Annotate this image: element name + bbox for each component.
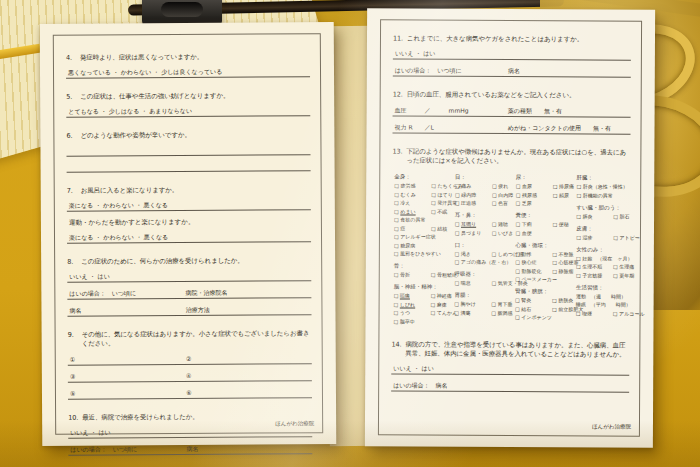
form-item: 12.日頃の血圧、服用されているお薬などをご記入ください。血圧 ／ mmHg薬の… bbox=[392, 90, 630, 134]
symptom-label: 妊娠 （現在 ヶ月） bbox=[582, 255, 632, 262]
checklist-item: 睡眠 （平均 時間） bbox=[576, 301, 631, 308]
checklist-item: □潰瘍 bbox=[454, 309, 488, 316]
checkbox-icon: □ bbox=[431, 200, 436, 207]
checklist-row: □狭心症□心筋梗塞 bbox=[515, 259, 569, 266]
symptom-label: 骨折 bbox=[400, 271, 410, 278]
symptom-label: 神経痛 bbox=[437, 293, 452, 300]
field-label: はいの場合： いつ頃に bbox=[395, 65, 508, 75]
checklist-row: □膵炎□胆石 bbox=[576, 213, 630, 220]
checkbox-icon: □ bbox=[394, 199, 399, 206]
answer-options: いいえ ・ はい bbox=[393, 364, 434, 371]
question-text: 病院の方で、注意や指導を受けている事はありますか。また、心臓病、血圧異常、妊娠、… bbox=[405, 340, 629, 359]
question-line: 4.発症時より、症状は悪くなっていますか。 bbox=[66, 52, 310, 62]
checklist-item: □肝炎（急性・慢性） bbox=[576, 183, 627, 190]
checklist-row: □動脈硬化□静脈瘤 bbox=[515, 268, 569, 275]
checklist-item: □更年期 bbox=[613, 272, 634, 279]
checklist-item: □血尿 bbox=[516, 183, 550, 190]
symptom-label: 膨満感 bbox=[498, 309, 513, 316]
form-item: 7.お風呂に入ると楽になりますか。楽になる ・ かわらない ・ 悪くなる運動・か… bbox=[67, 185, 311, 243]
question-number: 14. bbox=[391, 340, 405, 358]
checklist-row: □腎炎□膀胱炎 bbox=[515, 297, 569, 304]
sub-question: 運動・からだを動かすと楽になりますか。 bbox=[67, 217, 311, 227]
symptom-label: 不眠 bbox=[437, 208, 447, 215]
checklist-row: □めまい□不眠 bbox=[394, 208, 448, 215]
checklist-item: □動脈硬化 bbox=[515, 268, 549, 275]
clinic-name: ほんがわ治療院 bbox=[592, 423, 631, 430]
write-in-line: 血圧 ／ mmHg薬の種類 無・有 bbox=[393, 105, 631, 117]
checklist-row: □動悸□不整脈 bbox=[515, 251, 569, 258]
checklist-item: □むくみ bbox=[394, 191, 428, 198]
checklist-item: □ほてり bbox=[431, 191, 453, 198]
checkbox-icon: □ bbox=[394, 301, 399, 308]
field-label: ② bbox=[186, 353, 312, 363]
symptom-label: 生理痛 bbox=[619, 264, 634, 271]
section-heading: 骨： bbox=[394, 262, 448, 269]
symptom-label: 不整脈 bbox=[559, 251, 574, 258]
symptom-label: 乏尿 bbox=[522, 200, 532, 207]
checklist-item: □渇き bbox=[455, 250, 489, 257]
checklist-item: □妊娠 （現在 ヶ月） bbox=[576, 255, 632, 262]
form-item: 6.どのような動作や姿勢が辛いですか。 bbox=[66, 130, 310, 172]
symptom-label: 膀胱炎 bbox=[558, 297, 573, 304]
checkbox-icon: □ bbox=[394, 182, 399, 189]
checklist-item: □結石 bbox=[515, 306, 549, 313]
checkbox-icon: □ bbox=[515, 314, 520, 321]
page-border-frame: 11.これまでに、大きな病気やケガをされたことはありますか。いいえ ・ はいはい… bbox=[378, 19, 642, 436]
symptom-label: 運動 （週 時間） bbox=[576, 293, 626, 300]
checkbox-icon: □ bbox=[394, 216, 399, 223]
symptom-label: 鼻づまり bbox=[461, 229, 481, 236]
checklist-item: □動悸 bbox=[515, 251, 549, 258]
answer-options: いいえ ・ はい bbox=[70, 428, 111, 435]
field-label: ④ bbox=[186, 370, 312, 380]
checkbox-icon: □ bbox=[613, 234, 618, 241]
section-heading: 女性のみ： bbox=[576, 246, 630, 253]
checklist-item: □生理痛 bbox=[613, 264, 634, 271]
checklist-row: □アレルギー症状 bbox=[394, 233, 448, 240]
question-text: その他に、気になる症状はありますか。小さな症状でもございましたらお書きください。 bbox=[82, 329, 312, 348]
checkbox-icon: □ bbox=[576, 255, 581, 262]
checklist-item: □インポテンツ bbox=[515, 314, 552, 321]
checkbox-icon: □ bbox=[394, 225, 399, 232]
write-in-line: ③④ bbox=[68, 370, 312, 382]
question-text: 日頃の血圧、服用されているお薬などをご記入ください。 bbox=[407, 90, 631, 100]
checklist-row: □糖尿病 bbox=[394, 242, 448, 249]
symptom-label: 膵炎 bbox=[583, 213, 593, 220]
checklist-item: □骨粗鬆症 bbox=[431, 272, 457, 279]
checklist-item: □湿疹 bbox=[576, 234, 610, 241]
symptom-label: 食欲の異常 bbox=[400, 216, 425, 223]
page-border-frame: 4.発症時より、症状は悪くなっていますか。悪くなっている ・ かわらない ・ 少… bbox=[53, 33, 323, 435]
write-in-line: ①② bbox=[68, 353, 312, 365]
checkbox-icon: □ bbox=[394, 233, 399, 240]
symptom-label: むくみ bbox=[400, 191, 415, 198]
section-heading: 心臓・循環： bbox=[515, 242, 569, 249]
question-number: 9. bbox=[68, 331, 82, 349]
checkbox-icon: □ bbox=[431, 183, 436, 190]
symptom-label: しびれ bbox=[400, 301, 415, 308]
checkbox-icon: □ bbox=[515, 276, 520, 283]
checkbox-icon: □ bbox=[454, 309, 459, 316]
form-item: 13.下記のような症状や徴候はありませんか。現在ある症状には○を、過去にあった症… bbox=[391, 147, 630, 327]
write-in-line: 病名治療方法 bbox=[67, 304, 311, 316]
checkbox-icon: □ bbox=[576, 213, 581, 220]
checklist-row: □脳卒中 bbox=[393, 318, 447, 325]
form-item: 4.発症時より、症状は悪くなっていますか。悪くなっている ・ かわらない ・ 少… bbox=[66, 52, 310, 78]
symptom-label: 排尿痛 bbox=[559, 183, 574, 190]
checklist-row: □肝機能の異常 bbox=[576, 192, 630, 199]
checkbox-icon: □ bbox=[431, 301, 436, 308]
checkbox-icon: □ bbox=[393, 318, 398, 325]
checklist-item: □胸やけ bbox=[454, 301, 488, 308]
checkbox-icon: □ bbox=[431, 310, 436, 317]
checkbox-icon: □ bbox=[552, 221, 557, 228]
checklist-item: □めまい bbox=[394, 208, 428, 215]
checklist-item: □圧迫感 bbox=[455, 200, 489, 207]
symptom-label: アレルギー症状 bbox=[400, 233, 436, 240]
symptom-label: 血尿 bbox=[522, 183, 532, 190]
section-heading: 皮膚： bbox=[576, 225, 630, 232]
symptom-label: 残尿感 bbox=[522, 192, 537, 199]
answer-line: いいえ ・ はい bbox=[68, 426, 312, 438]
checklist-item: □癌 bbox=[394, 225, 428, 232]
checkbox-icon: □ bbox=[613, 272, 618, 279]
checklist-item: □便秘 bbox=[552, 221, 568, 228]
field-label: めがね・コンタクトの使用 無・有 bbox=[508, 123, 631, 133]
checklist-item: □喘息 bbox=[454, 280, 488, 287]
